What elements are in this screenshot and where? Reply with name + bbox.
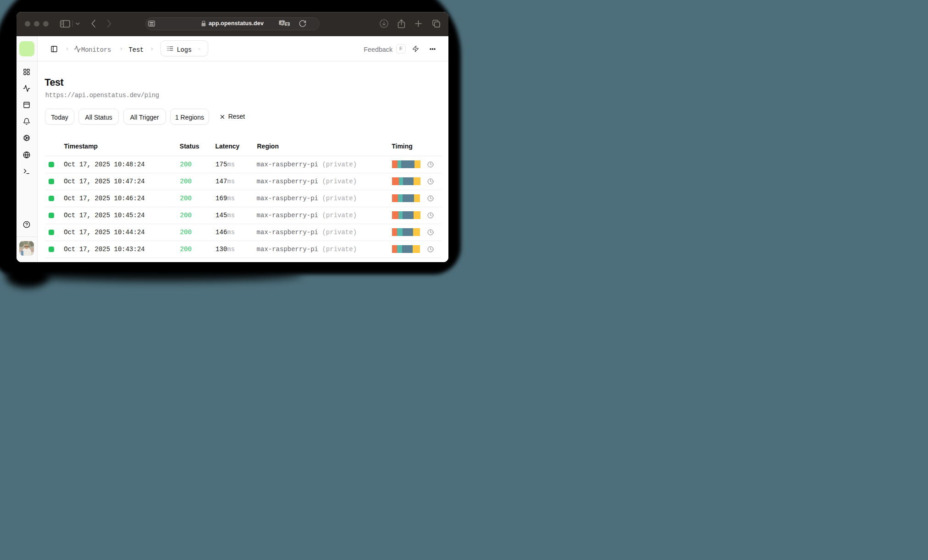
svg-text:文: 文 [285, 22, 289, 26]
svg-text:A: A [281, 20, 283, 25]
